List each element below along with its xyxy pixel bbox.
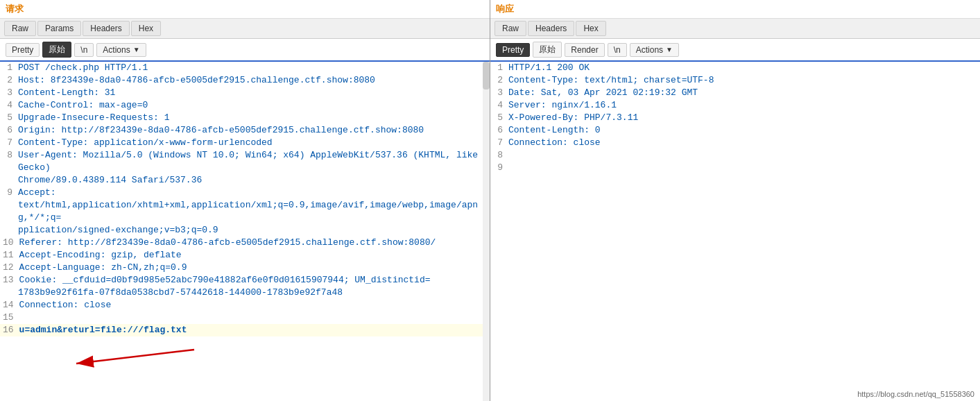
table-row: 1 POST /check.php HTTP/1.1 [0, 62, 490, 74]
right-panel: 响应 Raw Headers Hex Pretty 原始 Render \n A… [490, 0, 980, 401]
table-row: 9 [490, 162, 980, 174]
render-btn-right[interactable]: Render [565, 43, 604, 57]
main-container: 请求 Raw Params Headers Hex Pretty 原始 \n A… [0, 0, 980, 401]
right-tab-bar: Raw Headers Hex [490, 19, 980, 39]
tab-raw-left[interactable]: Raw [4, 21, 36, 36]
scrollbar-thumb[interactable] [483, 62, 490, 89]
raw-btn-left[interactable]: 原始 [42, 42, 71, 58]
panels: 请求 Raw Params Headers Hex Pretty 原始 \n A… [0, 0, 980, 401]
table-row: 9 Accept: [0, 187, 490, 199]
actions-btn-right[interactable]: Actions ▼ [630, 43, 679, 57]
tab-hex-right[interactable]: Hex [576, 21, 605, 36]
raw-btn-right[interactable]: 原始 [533, 42, 562, 58]
table-row: pplication/signed-exchange;v=b3;q=0.9 [0, 224, 490, 237]
pretty-btn-left[interactable]: Pretty [6, 43, 40, 57]
n-btn-right[interactable]: \n [608, 43, 627, 57]
left-toolbar: Pretty 原始 \n Actions ▼ [0, 39, 490, 62]
table-row: 4 Cache-Control: max-age=0 [0, 99, 490, 112]
table-row: 10 Referer: http://8f23439e-8da0-4786-af… [0, 237, 490, 249]
table-row: Chrome/89.0.4389.114 Safari/537.36 [0, 174, 490, 187]
table-row: 4 Server: nginx/1.16.1 [490, 99, 980, 112]
table-row: 11 Accept-Encoding: gzip, deflate [0, 249, 490, 262]
chevron-down-icon-left: ▼ [133, 46, 140, 53]
table-row: 16 u=admin&returl=file:///flag.txt [0, 324, 490, 336]
tab-headers-left[interactable]: Headers [83, 21, 129, 36]
table-row: text/html,application/xhtml+xml,applicat… [0, 199, 490, 224]
actions-btn-left[interactable]: Actions ▼ [96, 43, 146, 57]
right-panel-header: 响应 [490, 0, 980, 19]
n-btn-left[interactable]: \n [74, 43, 94, 57]
table-row: 7 Connection: close [490, 137, 980, 149]
table-row: 1783b9e92f61fa-07f8da0538cbd7-57442618-1… [0, 287, 490, 299]
table-row: 6 Content-Length: 0 [490, 124, 980, 137]
table-row: 2 Host: 8f23439e-8da0-4786-afcb-e5005def… [0, 74, 490, 87]
actions-label-left: Actions [103, 45, 130, 55]
table-row: 12 Accept-Language: zh-CN,zh;q=0.9 [0, 262, 490, 274]
vertical-scrollbar[interactable] [483, 62, 490, 401]
arrow-annotation [55, 329, 208, 380]
table-row: 6 Origin: http://8f23439e-8da0-4786-afcb… [0, 124, 490, 137]
tab-headers-right[interactable]: Headers [528, 21, 574, 36]
left-panel-header: 请求 [0, 0, 490, 19]
svg-line-1 [76, 350, 194, 364]
left-tab-bar: Raw Params Headers Hex [0, 19, 490, 39]
left-content[interactable]: 1 POST /check.php HTTP/1.1 2 Host: 8f234… [0, 62, 490, 401]
right-content[interactable]: 1 HTTP/1.1 200 OK 2 Content-Type: text/h… [490, 62, 980, 401]
table-row: 5 Upgrade-Insecure-Requests: 1 [0, 112, 490, 124]
table-row: 8 [490, 149, 980, 162]
table-row: 13 Cookie: __cfduid=d0bf9d985e52abc790e4… [0, 274, 490, 287]
tab-raw-right[interactable]: Raw [495, 21, 526, 36]
chevron-down-icon-right: ▼ [666, 46, 673, 53]
table-row: 1 HTTP/1.1 200 OK [490, 62, 980, 74]
pretty-btn-right[interactable]: Pretty [496, 43, 530, 57]
table-row: 2 Content-Type: text/html; charset=UTF-8 [490, 74, 980, 87]
right-toolbar: Pretty 原始 Render \n Actions ▼ [490, 39, 980, 62]
tab-params-left[interactable]: Params [37, 21, 81, 36]
table-row: 3 Date: Sat, 03 Apr 2021 02:19:32 GMT [490, 87, 980, 99]
table-row: 15 [0, 312, 490, 324]
table-row: 5 X-Powered-By: PHP/7.3.11 [490, 112, 980, 124]
table-row: 3 Content-Length: 31 [0, 87, 490, 99]
table-row: 14 Connection: close [0, 299, 490, 312]
watermark: https://blog.csdn.net/qq_51558360 [857, 390, 974, 398]
tab-hex-left[interactable]: Hex [131, 21, 161, 36]
table-row: 8 User-Agent: Mozilla/5.0 (Windows NT 10… [0, 149, 490, 174]
left-panel: 请求 Raw Params Headers Hex Pretty 原始 \n A… [0, 0, 490, 401]
table-row: 7 Content-Type: application/x-www-form-u… [0, 137, 490, 149]
actions-label-right: Actions [636, 45, 663, 55]
